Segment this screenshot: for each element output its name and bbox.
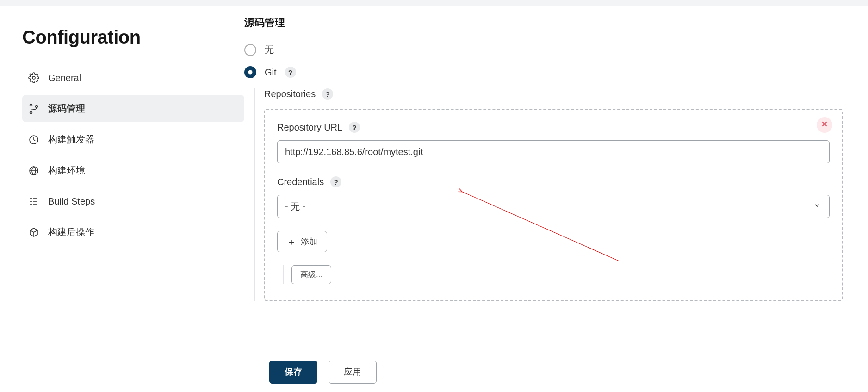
add-credentials-button[interactable]: ＋ 添加 [277,231,327,252]
radio-icon [244,44,256,56]
repository-card: Repository URL ? Credentials ? - 无 - [264,109,843,301]
advanced-wrap: 高级... [283,265,830,284]
save-button-label: 保存 [285,366,302,378]
section-title-scm: 源码管理 [244,16,843,30]
sidebar-item-build-steps[interactable]: Build Steps [22,188,244,215]
close-icon [821,120,828,130]
config-sidebar: Configuration General 源码管理 构建触发器 构建环境 [0,16,244,249]
save-button[interactable]: 保存 [269,361,317,384]
help-icon[interactable]: ? [330,176,341,187]
package-icon [28,226,40,238]
sidebar-item-scm[interactable]: 源码管理 [22,95,244,122]
credentials-select[interactable]: - 无 - [277,195,830,218]
apply-button[interactable]: 应用 [329,361,377,384]
repository-url-label: Repository URL [277,122,342,133]
page-title: Configuration [22,27,244,48]
repository-url-input[interactable] [277,140,830,163]
help-icon[interactable]: ? [285,67,296,78]
clock-icon [28,134,40,146]
list-steps-icon [28,195,40,207]
repository-url-label-row: Repository URL ? [277,122,830,133]
advanced-button[interactable]: 高级... [291,265,331,284]
add-button-label: 添加 [301,236,317,247]
radio-label: Git [265,67,277,78]
git-branch-icon [28,103,40,115]
sidebar-item-label: 源码管理 [48,102,85,115]
sidebar-item-post-build[interactable]: 构建后操作 [22,218,244,246]
globe-icon [28,165,40,177]
svg-point-2 [30,111,32,113]
radio-selected-icon [244,66,256,78]
help-icon[interactable]: ? [322,88,333,100]
sidebar-item-label: 构建后操作 [48,226,94,238]
sidebar-item-env[interactable]: 构建环境 [22,157,244,184]
delete-repo-button[interactable] [817,117,832,133]
help-icon[interactable]: ? [349,122,360,133]
sidebar-item-label: 构建触发器 [48,133,94,146]
sidebar-item-label: Build Steps [48,196,95,207]
sidebar-item-general[interactable]: General [22,64,244,91]
config-main-panel: 源码管理 无 Git ? Repositories ? [244,16,868,356]
git-config-body: Repositories ? Repository URL ? [254,88,843,301]
repositories-header: Repositories ? [264,88,843,100]
sidebar-item-label: 构建环境 [48,164,85,177]
scm-option-git[interactable]: Git ? [244,66,843,78]
credentials-label: Credentials [277,177,324,187]
svg-point-3 [36,105,38,107]
svg-point-1 [30,104,32,106]
apply-button-label: 应用 [344,366,361,378]
sidebar-item-triggers[interactable]: 构建触发器 [22,126,244,153]
sidebar-item-label: General [48,73,81,83]
svg-point-0 [32,76,35,79]
plus-icon: ＋ [287,237,296,246]
credentials-select-wrap: - 无 - [277,195,830,218]
top-header-band [0,0,868,6]
scm-option-none[interactable]: 无 [244,44,843,56]
advanced-button-label: 高级... [300,269,322,280]
repositories-label: Repositories [264,89,316,100]
radio-label: 无 [265,44,274,56]
credentials-label-row: Credentials ? [277,176,830,187]
footer-action-bar: 保存 应用 [269,361,377,384]
gear-icon [28,72,40,84]
